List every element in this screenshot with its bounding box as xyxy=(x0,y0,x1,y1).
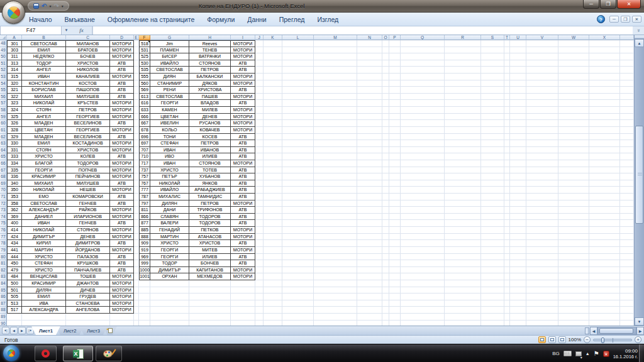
cell-K65[interactable] xyxy=(264,153,282,160)
cell-X63[interactable] xyxy=(589,140,620,147)
cell-E53[interactable] xyxy=(134,74,139,80)
cell-M52[interactable] xyxy=(314,67,357,74)
cell-S74[interactable] xyxy=(481,214,504,221)
cell-O64[interactable] xyxy=(382,147,389,154)
cell-J86[interactable] xyxy=(255,293,264,300)
cell-R61[interactable] xyxy=(445,127,481,134)
cell-E71[interactable] xyxy=(134,194,139,200)
cell-B62[interactable]: МЛАДЕН xyxy=(22,134,66,141)
cell-P88[interactable] xyxy=(389,307,401,314)
cell-E80[interactable] xyxy=(134,254,139,261)
cell-E74[interactable] xyxy=(134,214,139,221)
cell-N71[interactable] xyxy=(357,194,382,200)
cell-P49[interactable] xyxy=(389,47,401,54)
cell-W84[interactable] xyxy=(558,280,589,287)
cell-G83[interactable]: ОРХАН xyxy=(150,273,189,280)
cell-T58[interactable] xyxy=(504,107,510,114)
cell-R67[interactable] xyxy=(445,167,481,174)
cell-K53[interactable] xyxy=(264,74,282,80)
cell-U67[interactable] xyxy=(510,167,526,174)
cell-E84[interactable] xyxy=(134,280,139,287)
cell-K51[interactable] xyxy=(264,60,282,67)
prev-sheet-icon[interactable]: ◀ xyxy=(10,327,18,334)
cell-U61[interactable] xyxy=(510,127,526,134)
cell-Q74[interactable] xyxy=(401,214,445,221)
row-header-67[interactable]: 67 xyxy=(0,167,7,174)
cell-X56[interactable] xyxy=(589,94,620,101)
cell-H64[interactable]: ИВАНОВ xyxy=(189,147,231,154)
cell-F58[interactable]: 633 xyxy=(139,107,150,114)
cell-partial-87[interactable] xyxy=(620,300,634,307)
cell-U78[interactable] xyxy=(510,240,526,247)
cell-C90[interactable] xyxy=(66,321,110,326)
cell-X54[interactable] xyxy=(589,80,620,87)
column-header-D[interactable]: D xyxy=(110,35,134,40)
cell-J61[interactable] xyxy=(255,127,264,134)
cell-T71[interactable] xyxy=(504,194,510,200)
cell-E49[interactable] xyxy=(134,47,139,54)
cell-W64[interactable] xyxy=(558,147,589,154)
cell-P72[interactable] xyxy=(389,200,401,207)
view-page-break-button[interactable] xyxy=(558,336,566,343)
cell-R81[interactable] xyxy=(445,260,481,267)
cell-O76[interactable] xyxy=(382,227,389,234)
cell-J90[interactable] xyxy=(255,321,264,326)
cell-J79[interactable] xyxy=(255,247,264,254)
vertical-scroll-thumb[interactable] xyxy=(635,126,643,224)
cell-S88[interactable] xyxy=(481,307,504,314)
cell-J68[interactable] xyxy=(255,173,264,180)
cell-L79[interactable] xyxy=(282,247,314,254)
cell-G65[interactable]: ИВО xyxy=(150,153,189,160)
taskbar-opera-button[interactable] xyxy=(35,346,57,361)
cell-C64[interactable]: ХРИСТОВ xyxy=(66,147,110,154)
cell-T63[interactable] xyxy=(504,140,510,147)
cell-F88[interactable] xyxy=(139,307,150,314)
cell-partial-62[interactable] xyxy=(620,134,634,141)
cell-I52[interactable]: АТВ xyxy=(231,67,255,74)
cell-U76[interactable] xyxy=(510,227,526,234)
close-button[interactable]: ✕ xyxy=(617,0,641,9)
cell-A68[interactable]: 336 xyxy=(7,173,22,180)
cell-U73[interactable] xyxy=(510,207,526,214)
cell-K52[interactable] xyxy=(264,67,282,74)
cell-F63[interactable]: 697 xyxy=(139,140,150,147)
cell-V63[interactable] xyxy=(526,140,558,147)
cell-W85[interactable] xyxy=(558,287,589,294)
cell-J83[interactable] xyxy=(255,273,264,280)
cell-D57[interactable]: МОТОРИ xyxy=(110,100,134,107)
cell-V75[interactable] xyxy=(526,220,558,227)
cell-C67[interactable]: ПОПЧЕВ xyxy=(66,167,110,174)
cell-M62[interactable] xyxy=(314,134,357,141)
cell-G55[interactable]: РЕНИ xyxy=(150,87,189,94)
cell-D55[interactable]: АТВ xyxy=(110,87,134,94)
cell-S84[interactable] xyxy=(481,280,504,287)
cell-F82[interactable]: 1000 xyxy=(139,267,150,274)
cell-R64[interactable] xyxy=(445,147,481,154)
row-header-56[interactable]: 56 xyxy=(0,94,7,101)
cell-C63[interactable]: КОСТАДИНОВ xyxy=(66,140,110,147)
row-header-65[interactable]: 65 xyxy=(0,153,7,160)
cell-Q79[interactable] xyxy=(401,247,445,254)
cell-L52[interactable] xyxy=(282,67,314,74)
cell-P52[interactable] xyxy=(389,67,401,74)
cell-P77[interactable] xyxy=(389,234,401,241)
cell-partial-58[interactable] xyxy=(620,107,634,114)
cell-R52[interactable] xyxy=(445,67,481,74)
cell-J48[interactable] xyxy=(255,40,264,47)
cell-J63[interactable] xyxy=(255,140,264,147)
cell-N51[interactable] xyxy=(357,60,382,67)
cell-B57[interactable]: НИКОЛАЙ xyxy=(22,100,66,107)
cell-W89[interactable] xyxy=(558,314,589,321)
cell-N73[interactable] xyxy=(357,207,382,214)
cell-J81[interactable] xyxy=(255,260,264,267)
cell-O77[interactable] xyxy=(382,234,389,241)
cell-W79[interactable] xyxy=(558,247,589,254)
cell-O86[interactable] xyxy=(382,293,389,300)
row-header-78[interactable]: 78 xyxy=(0,240,7,247)
show-hidden-icons-icon[interactable]: ▲ xyxy=(586,351,590,356)
cell-V66[interactable] xyxy=(526,160,558,167)
cell-H48[interactable]: Reeves xyxy=(189,40,231,47)
cell-N61[interactable] xyxy=(357,127,382,134)
cell-C49[interactable]: БРАТОЕВ xyxy=(66,47,110,54)
cell-Q76[interactable] xyxy=(401,227,445,234)
